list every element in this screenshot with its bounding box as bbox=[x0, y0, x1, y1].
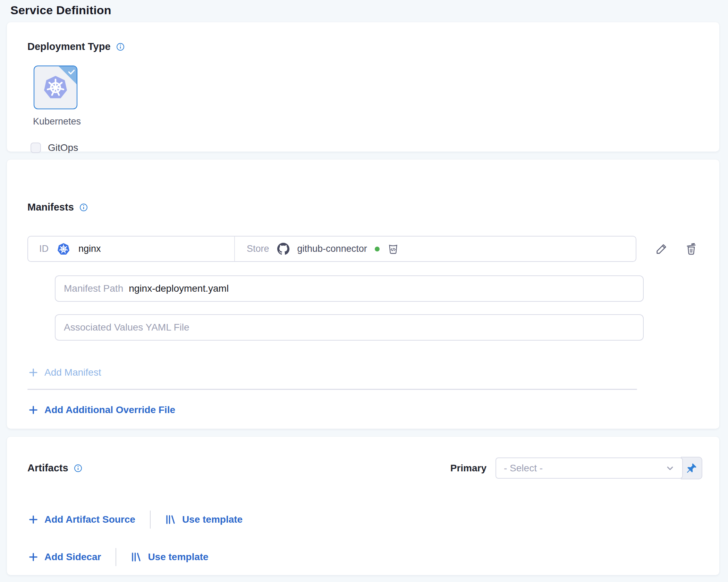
manifest-summary-box[interactable]: ID nginx bbox=[27, 236, 636, 262]
code-store-icon bbox=[387, 243, 399, 255]
primary-artifact-group: Primary - Select - bbox=[450, 457, 702, 479]
info-icon[interactable] bbox=[74, 464, 82, 472]
links-divider bbox=[116, 548, 116, 566]
sidecar-links-row: Add Sidecar Use template bbox=[28, 548, 719, 566]
manifest-id-section: ID nginx bbox=[28, 237, 234, 261]
manifest-path-value: nginx-deployment.yaml bbox=[129, 283, 229, 294]
manifest-id-label: ID bbox=[39, 243, 49, 254]
artifacts-card: Artifacts Primary - Select - bbox=[7, 437, 719, 575]
manifests-title: Manifests bbox=[27, 202, 74, 213]
artifacts-header: Artifacts Primary - Select - bbox=[7, 437, 719, 479]
use-template-artifact-button[interactable]: Use template bbox=[165, 514, 243, 525]
add-artifact-source-label: Add Artifact Source bbox=[44, 514, 135, 525]
manifest-store-section: Store github-connector bbox=[235, 237, 636, 261]
plus-icon bbox=[28, 552, 39, 562]
deployment-type-header: Deployment Type bbox=[7, 22, 719, 52]
template-library-icon bbox=[131, 551, 142, 563]
github-icon bbox=[277, 242, 290, 255]
pin-primary-button[interactable] bbox=[681, 457, 702, 479]
connector-status-dot bbox=[375, 247, 380, 251]
add-sidecar-label: Add Sidecar bbox=[44, 551, 101, 563]
selected-check-icon bbox=[67, 67, 76, 76]
add-manifest-label: Add Manifest bbox=[44, 367, 101, 378]
artifacts-title-group: Artifacts bbox=[27, 462, 82, 474]
add-manifest-button[interactable]: Add Manifest bbox=[28, 367, 101, 378]
artifact-links-row: Add Artifact Source Use template bbox=[28, 511, 719, 529]
use-template-artifact-label: Use template bbox=[182, 514, 243, 525]
deployment-type-title: Deployment Type bbox=[27, 41, 111, 52]
add-artifact-source-button[interactable]: Add Artifact Source bbox=[28, 514, 135, 525]
pin-icon bbox=[686, 462, 697, 474]
manifest-store-value: github-connector bbox=[297, 243, 367, 254]
plus-icon bbox=[28, 405, 39, 415]
info-icon[interactable] bbox=[116, 43, 125, 51]
manifest-path-field[interactable]: Manifest Path nginx-deployment.yaml bbox=[55, 275, 644, 302]
artifacts-title: Artifacts bbox=[27, 462, 68, 474]
manifests-card: Manifests ID bbox=[7, 160, 719, 429]
primary-artifact-select[interactable]: - Select - bbox=[496, 457, 683, 479]
add-override-file-label: Add Additional Override File bbox=[44, 404, 175, 416]
gitops-label: GitOps bbox=[48, 142, 78, 153]
delete-manifest-button[interactable] bbox=[685, 242, 698, 256]
deployment-option-kubernetes[interactable] bbox=[34, 66, 77, 109]
primary-select-placeholder: - Select - bbox=[504, 463, 543, 474]
use-template-sidecar-button[interactable]: Use template bbox=[131, 551, 208, 563]
primary-label: Primary bbox=[450, 463, 486, 474]
manifest-path-prefix-label: Manifest Path bbox=[64, 283, 123, 294]
gitops-row: GitOps bbox=[31, 142, 719, 153]
page-title: Service Definition bbox=[10, 3, 111, 17]
gitops-checkbox[interactable] bbox=[31, 143, 41, 153]
plus-icon bbox=[28, 367, 39, 378]
kubernetes-manifest-type-icon bbox=[57, 242, 70, 256]
edit-manifest-button[interactable] bbox=[655, 242, 668, 256]
use-template-sidecar-label: Use template bbox=[148, 551, 208, 563]
info-icon[interactable] bbox=[79, 203, 88, 212]
deployment-type-card: Deployment Type Kubernetes bbox=[7, 22, 719, 152]
deployment-option-label: Kubernetes bbox=[33, 116, 78, 127]
chevron-down-icon bbox=[665, 463, 675, 473]
values-yaml-input[interactable] bbox=[64, 315, 643, 340]
add-sidecar-button[interactable]: Add Sidecar bbox=[28, 551, 101, 563]
manifests-header: Manifests bbox=[7, 160, 719, 213]
manifest-store-label: Store bbox=[247, 243, 269, 254]
values-yaml-field bbox=[55, 314, 644, 341]
manifest-row: ID nginx bbox=[27, 236, 719, 262]
add-override-file-button[interactable]: Add Additional Override File bbox=[28, 404, 175, 416]
plus-icon bbox=[28, 514, 39, 525]
links-divider bbox=[150, 511, 151, 529]
manifests-divider bbox=[27, 389, 637, 390]
manifest-id-value: nginx bbox=[78, 243, 101, 254]
template-library-icon bbox=[165, 514, 176, 525]
